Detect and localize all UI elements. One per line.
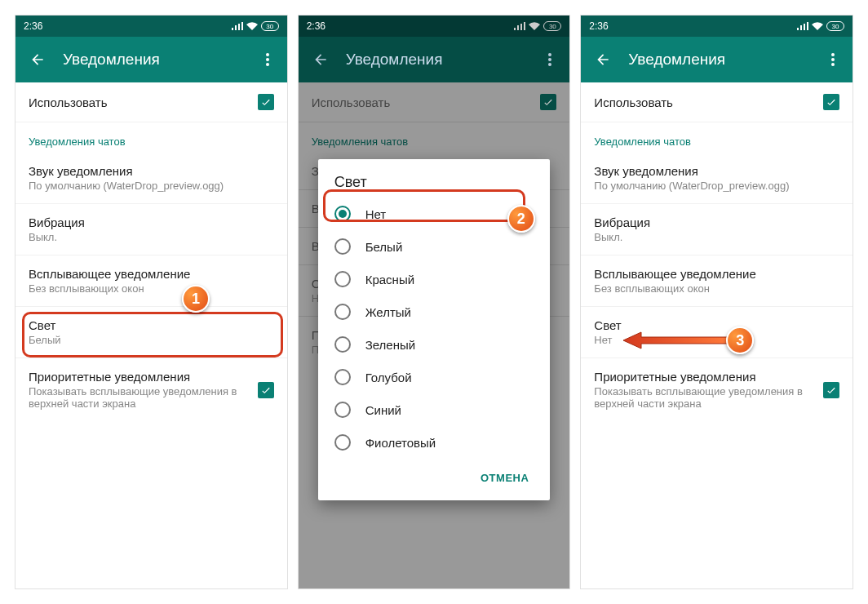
row-title: Свет (594, 318, 839, 332)
svg-point-3 (548, 53, 551, 56)
status-bar: 2:36 30 (581, 16, 852, 37)
section-header-chats: Уведомления чатов (16, 122, 287, 153)
row-subtitle: Белый (29, 334, 274, 346)
app-bar: Уведомления (299, 37, 570, 82)
appbar-title: Уведомления (333, 51, 536, 69)
svg-point-4 (548, 58, 551, 61)
radio-icon[interactable] (334, 206, 351, 222)
svg-point-8 (831, 63, 835, 66)
radio-label: Фиолетовый (365, 436, 436, 450)
radio-label: Нет (365, 207, 387, 221)
overflow-menu-icon[interactable] (818, 53, 848, 66)
radio-label: Красный (365, 273, 414, 286)
row-priority[interactable]: Приоритетные уведомления Показывать вспл… (16, 358, 287, 421)
radio-label: Белый (365, 240, 403, 254)
signal-icon (232, 22, 243, 30)
radio-option[interactable]: Нет (318, 198, 551, 230)
radio-label: Зеленый (365, 338, 415, 352)
row-title: Всплывающее уведомление (29, 267, 274, 281)
battery-icon: 30 (261, 21, 279, 31)
row-subtitle: Показывать всплывающие уведомления в вер… (594, 385, 817, 410)
status-time: 2:36 (589, 20, 608, 32)
radio-icon[interactable] (334, 434, 351, 451)
radio-label: Голубой (365, 371, 412, 384)
row-priority[interactable]: Приоритетные уведомления Показывать вспл… (581, 358, 852, 421)
radio-option[interactable]: Белый (318, 230, 551, 263)
row-title: Всплывающее уведомление (594, 267, 839, 281)
row-subtitle: Выкл. (594, 231, 839, 243)
radio-icon[interactable] (334, 238, 351, 255)
svg-point-7 (831, 58, 835, 61)
radio-icon[interactable] (334, 304, 351, 320)
settings-content: Использовать Уведомления чатов Звук увед… (581, 82, 852, 588)
status-time: 2:36 (24, 20, 42, 32)
row-use-notifications[interactable]: Использовать (581, 82, 852, 122)
back-icon[interactable] (25, 51, 50, 68)
status-time: 2:36 (307, 20, 326, 32)
radio-option[interactable]: Синий (318, 393, 551, 426)
signal-icon (514, 22, 525, 30)
radio-icon[interactable] (334, 336, 351, 353)
appbar-title: Уведомления (615, 51, 818, 69)
row-light[interactable]: Свет Нет (581, 307, 852, 358)
row-light[interactable]: Свет Белый (16, 307, 287, 358)
radio-icon[interactable] (334, 369, 351, 385)
radio-icon[interactable] (334, 402, 351, 418)
row-popup[interactable]: Всплывающее уведомление Без всплывающих … (16, 255, 287, 307)
back-icon[interactable] (308, 51, 333, 68)
radio-icon[interactable] (334, 271, 351, 287)
row-title: Звук уведомления (29, 164, 274, 178)
row-subtitle: Без всплывающих окон (29, 282, 274, 295)
row-subtitle: Без всплывающих окон (594, 282, 839, 295)
row-title: Свет (29, 318, 274, 332)
checkbox-checked-icon[interactable] (258, 382, 274, 398)
radio-option[interactable]: Красный (318, 263, 551, 295)
row-title: Вибрация (594, 215, 839, 229)
dialog-cancel-button[interactable]: ОТМЕНА (472, 465, 537, 491)
wifi-icon (529, 22, 540, 30)
checkbox-checked-icon[interactable] (823, 94, 839, 110)
row-subtitle: Нет (594, 334, 839, 346)
phone-screen-1: 2:36 30 Уведомления Использовать Уведомл… (15, 15, 288, 589)
wifi-icon (812, 22, 823, 30)
radio-label: Желтый (365, 305, 411, 319)
radio-option[interactable]: Голубой (318, 361, 551, 393)
battery-icon: 30 (543, 21, 561, 31)
row-title: Использовать (29, 95, 251, 109)
row-popup[interactable]: Всплывающее уведомление Без всплывающих … (581, 255, 852, 307)
svg-point-5 (548, 63, 551, 66)
overflow-menu-icon[interactable] (535, 53, 565, 66)
row-use-notifications[interactable]: Использовать (16, 82, 287, 122)
status-right: 30 (514, 21, 561, 31)
row-title: Использовать (312, 95, 534, 109)
row-title: Приоритетные уведомления (29, 370, 251, 384)
overflow-menu-icon[interactable] (253, 53, 282, 66)
row-sound[interactable]: Звук уведомления По умолчанию (WaterDrop… (581, 153, 852, 204)
radio-option[interactable]: Фиолетовый (318, 426, 551, 459)
row-vibration[interactable]: Вибрация Выкл. (16, 204, 287, 255)
signal-icon (797, 22, 808, 30)
row-subtitle: Показывать всплывающие уведомления в вер… (29, 385, 251, 410)
checkbox-checked-icon[interactable] (823, 382, 839, 398)
settings-content: Использовать Уведомления чатов Звук увед… (16, 82, 287, 588)
svg-point-0 (266, 53, 269, 56)
radio-option[interactable]: Желтый (318, 295, 551, 328)
row-title: Приоритетные уведомления (594, 370, 817, 384)
row-vibration[interactable]: Вибрация Выкл. (581, 204, 852, 255)
phone-screen-2: 2:36 30 Уведомления Использовать Уведомл… (298, 15, 571, 589)
back-icon[interactable] (591, 51, 615, 68)
status-right: 30 (797, 21, 844, 31)
row-subtitle: По умолчанию (WaterDrop_preview.ogg) (29, 180, 274, 192)
app-bar: Уведомления (581, 37, 852, 82)
row-subtitle: Выкл. (29, 231, 274, 243)
app-bar: Уведомления (16, 37, 287, 82)
radio-option[interactable]: Зеленый (318, 328, 551, 361)
row-sound[interactable]: Звук уведомления По умолчанию (WaterDrop… (16, 153, 287, 204)
light-dialog: Свет НетБелыйКрасныйЖелтыйЗеленыйГолубой… (318, 159, 551, 500)
status-bar: 2:36 30 (299, 16, 570, 37)
checkbox-checked-icon[interactable] (258, 94, 274, 110)
phone-screen-3: 2:36 30 Уведомления Использовать Уведомл… (580, 15, 853, 589)
appbar-title: Уведомления (50, 51, 253, 69)
section-header-chats: Уведомления чатов (299, 122, 570, 153)
checkbox-checked-icon (540, 94, 556, 110)
